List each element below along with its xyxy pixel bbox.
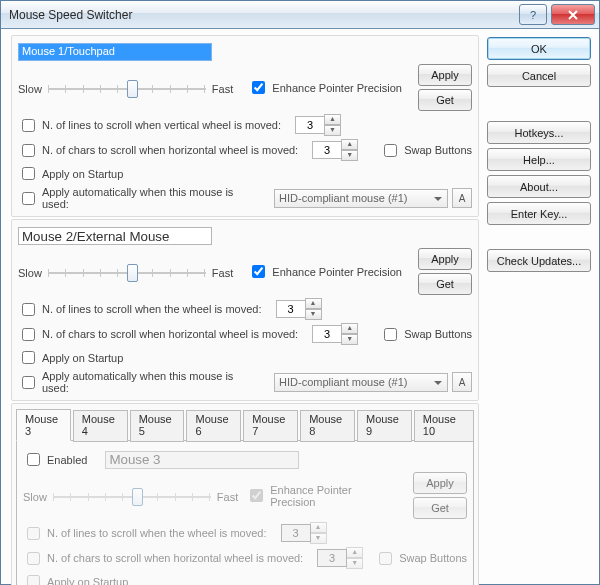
mouse3-enabled-checkbox[interactable] (27, 453, 40, 466)
mouse1-device-dropdown[interactable]: HID-compliant mouse (#1) (274, 189, 448, 208)
right-buttons: OK Cancel Hotkeys... Help... About... En… (487, 35, 591, 578)
mouse1-enhance-checkbox[interactable] (252, 81, 265, 94)
tab-mouse3[interactable]: Mouse 3 (16, 409, 71, 441)
mouse3-enhance-checkbox (250, 489, 263, 502)
tab-body: Enabled Slow (16, 440, 474, 585)
mouse1-apply-button[interactable]: Apply (418, 64, 472, 86)
mouse1-chars-label: N. of chars to scroll when horizontal wh… (42, 144, 298, 156)
content: Mouse 1/Touchpad Slow Fast (1, 29, 599, 584)
titlebar: Mouse Speed Switcher ? (1, 1, 599, 29)
mouse2-auto-checkbox[interactable] (22, 376, 35, 389)
tab-mouse6[interactable]: Mouse 6 (186, 410, 241, 442)
fast-label: Fast (212, 83, 233, 95)
tab-mouse5[interactable]: Mouse 5 (130, 410, 185, 442)
mouse2-swap-label: Swap Buttons (404, 328, 472, 340)
slow-label-3: Slow (23, 491, 47, 503)
cancel-button[interactable]: Cancel (487, 64, 591, 87)
check-updates-button[interactable]: Check Updates... (487, 249, 591, 272)
mouse1-swap-label: Swap Buttons (404, 144, 472, 156)
mouse1-speed-slider[interactable] (48, 77, 206, 101)
mouse2-enhance-checkbox[interactable] (252, 265, 265, 278)
tab-mouse7[interactable]: Mouse 7 (243, 410, 298, 442)
mouse3-enhance-label: Enhance Pointer Precision (270, 484, 397, 508)
mouse3-lines-label: N. of lines to scroll when the wheel is … (47, 527, 267, 539)
mouse1-startup-label: Apply on Startup (42, 168, 123, 180)
tab-mouse9[interactable]: Mouse 9 (357, 410, 412, 442)
mouse1-get-button[interactable]: Get (418, 89, 472, 111)
enterkey-button[interactable]: Enter Key... (487, 202, 591, 225)
mouse3-startup-checkbox (27, 575, 40, 585)
mouse1-auto-checkbox[interactable] (22, 192, 35, 205)
mouse1-enhance-label: Enhance Pointer Precision (272, 82, 402, 94)
mouse2-lines-spinner[interactable]: ▲▼ (276, 298, 322, 320)
mouse1-swap-checkbox[interactable] (384, 144, 397, 157)
mouse3-lines-checkbox (27, 527, 40, 540)
tab-mouse4[interactable]: Mouse 4 (73, 410, 128, 442)
mouse3-startup-label: Apply on Startup (47, 576, 128, 586)
mouse3-chars-spinner: ▲▼ (317, 547, 363, 569)
tab-mouse8[interactable]: Mouse 8 (300, 410, 355, 442)
mouse2-a-button[interactable]: A (452, 372, 472, 392)
mouse1-panel: Mouse 1/Touchpad Slow Fast (11, 35, 479, 217)
mouse2-panel: Slow Fast Enhance Pointer Precision (11, 219, 479, 401)
ok-button[interactable]: OK (487, 37, 591, 60)
mouse3-swap-checkbox (379, 552, 392, 565)
mouse2-enhance-label: Enhance Pointer Precision (272, 266, 402, 278)
mouse3-swap-label: Swap Buttons (399, 552, 467, 564)
fast-label-2: Fast (212, 267, 233, 279)
mouse2-speed-slider[interactable] (48, 261, 206, 285)
about-button[interactable]: About... (487, 175, 591, 198)
mouse2-chars-spinner[interactable]: ▲▼ (312, 323, 358, 345)
mouse2-swap-checkbox[interactable] (384, 328, 397, 341)
app-window: Mouse Speed Switcher ? Mouse 1/Touchpad … (0, 0, 600, 585)
mouse1-startup-checkbox[interactable] (22, 167, 35, 180)
slow-label: Slow (18, 83, 42, 95)
help-icon[interactable]: ? (519, 4, 547, 25)
close-icon[interactable] (551, 4, 595, 25)
mouse2-name-input[interactable] (18, 227, 212, 245)
mouse3-chars-label: N. of chars to scroll when horizontal wh… (47, 552, 303, 564)
mouse2-startup-checkbox[interactable] (22, 351, 35, 364)
mouse1-name-input[interactable]: Mouse 1/Touchpad (18, 43, 212, 61)
mouse3-name-input (105, 451, 299, 469)
mouse1-lines-spinner[interactable]: ▲▼ (295, 114, 341, 136)
window-title: Mouse Speed Switcher (9, 8, 515, 22)
tab-mouse10[interactable]: Mouse 10 (414, 410, 474, 442)
mouse2-lines-label: N. of lines to scroll when the wheel is … (42, 303, 262, 315)
mouse1-chars-checkbox[interactable] (22, 144, 35, 157)
help-button[interactable]: Help... (487, 148, 591, 171)
mouse3-chars-checkbox (27, 552, 40, 565)
mouse2-auto-label: Apply automatically when this mouse is u… (42, 370, 262, 394)
svg-text:?: ? (530, 9, 536, 21)
mouse2-get-button[interactable]: Get (418, 273, 472, 295)
mouse2-chars-checkbox[interactable] (22, 328, 35, 341)
mouse3-lines-spinner: ▲▼ (281, 522, 327, 544)
mouse1-lines-label: N. of lines to scroll when vertical whee… (42, 119, 281, 131)
mouse1-lines-checkbox[interactable] (22, 119, 35, 132)
tabstrip: Mouse 3 Mouse 4 Mouse 5 Mouse 6 Mouse 7 … (16, 408, 474, 440)
mouse2-apply-button[interactable]: Apply (418, 248, 472, 270)
mouse3-enabled-label: Enabled (47, 454, 87, 466)
mouse3-speed-slider (53, 485, 211, 509)
mouse3-apply-button: Apply (413, 472, 467, 494)
hotkeys-button[interactable]: Hotkeys... (487, 121, 591, 144)
fast-label-3: Fast (217, 491, 238, 503)
mouse2-device-dropdown[interactable]: HID-compliant mouse (#1) (274, 373, 448, 392)
mouse3-get-button: Get (413, 497, 467, 519)
mouse2-lines-checkbox[interactable] (22, 303, 35, 316)
slow-label-2: Slow (18, 267, 42, 279)
mouse1-auto-label: Apply automatically when this mouse is u… (42, 186, 262, 210)
mouse1-a-button[interactable]: A (452, 188, 472, 208)
extra-mice-panel: Mouse 3 Mouse 4 Mouse 5 Mouse 6 Mouse 7 … (11, 403, 479, 585)
mouse2-startup-label: Apply on Startup (42, 352, 123, 364)
mouse2-chars-label: N. of chars to scroll when horizontal wh… (42, 328, 298, 340)
mouse1-chars-spinner[interactable]: ▲▼ (312, 139, 358, 161)
